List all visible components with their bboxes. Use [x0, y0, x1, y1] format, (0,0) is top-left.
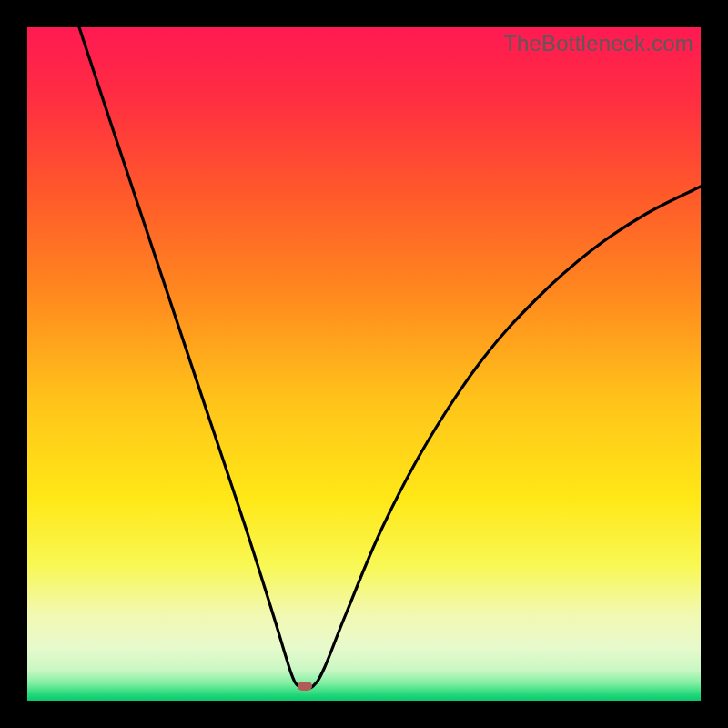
watermark-text: TheBottleneck.com [503, 31, 693, 56]
chart-frame: TheBottleneck.com [0, 0, 728, 728]
bottleneck-curve [27, 27, 701, 701]
plot-area: TheBottleneck.com [27, 27, 701, 701]
optimal-point-marker [298, 682, 312, 691]
